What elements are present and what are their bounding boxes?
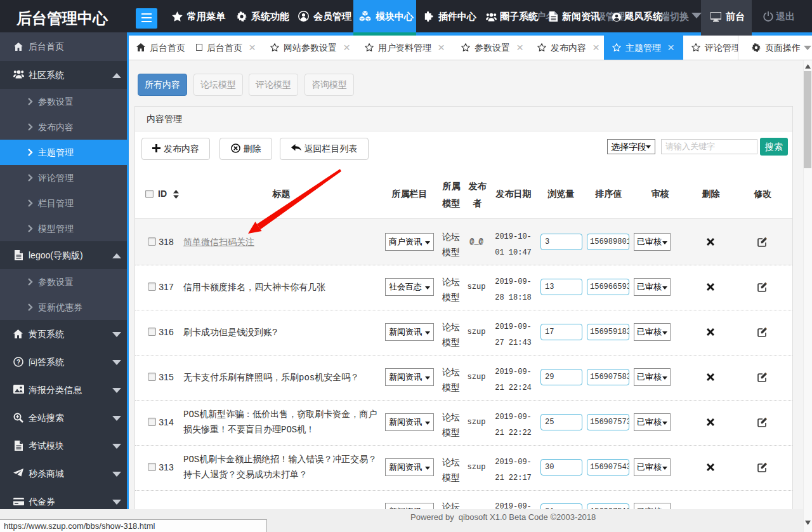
svg-text:?: ? [16,359,20,366]
